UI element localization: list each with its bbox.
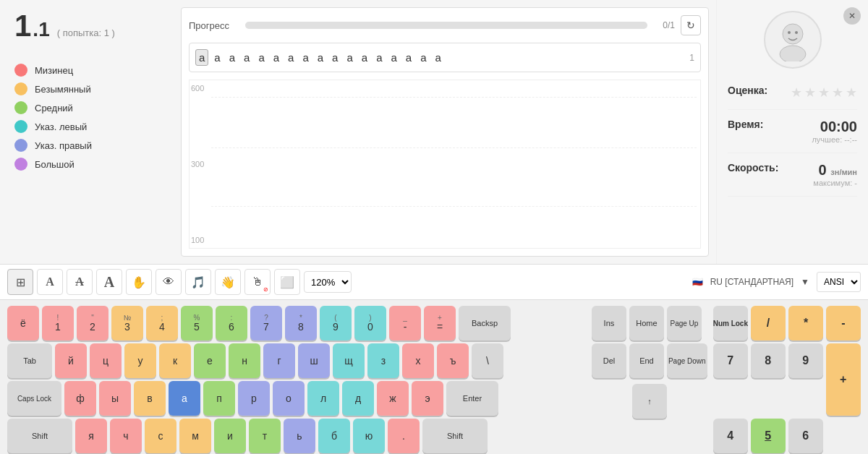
key-num-plus[interactable]: +	[826, 343, 861, 416]
key-period[interactable]: .	[388, 419, 420, 453]
key-num-4[interactable]: 4	[713, 419, 748, 453]
key-v[interactable]: в	[134, 381, 166, 416]
key-ch[interactable]: ч	[110, 419, 142, 453]
key-h[interactable]: х	[402, 343, 434, 378]
grid-tool-button[interactable]: ⊞	[7, 269, 33, 295]
char-3: а	[241, 50, 252, 65]
key-y[interactable]: ы	[99, 381, 131, 416]
index-left-label: Указ. левый	[35, 121, 87, 132]
progress-bar-container: Прогресс 0/1 ↻	[189, 15, 701, 35]
key-j[interactable]: й	[55, 343, 87, 378]
key-shch[interactable]: щ	[333, 343, 365, 378]
char-12: а	[373, 50, 385, 65]
screen-tool-button[interactable]: ⬜	[274, 269, 300, 295]
index-left-dot	[14, 120, 27, 133]
index-right-dot	[14, 139, 27, 152]
key-shift-left[interactable]: Shift	[7, 419, 72, 453]
key-num-6[interactable]: 6	[788, 419, 823, 453]
key-num-5[interactable]: 5	[751, 419, 786, 453]
key-home[interactable]: Home	[629, 306, 664, 340]
key-yo[interactable]: ё	[7, 306, 39, 340]
pointer-tool-button[interactable]: 👁	[156, 269, 182, 295]
chart-label-100: 100	[191, 236, 204, 244]
key-3[interactable]: №3	[111, 306, 143, 340]
key-ye[interactable]: е	[194, 343, 226, 378]
key-tab[interactable]: Tab	[7, 343, 52, 378]
key-5[interactable]: %5	[181, 306, 213, 340]
key-6[interactable]: :6	[216, 306, 247, 340]
key-k[interactable]: к	[159, 343, 191, 378]
key-num-8[interactable]: 8	[751, 343, 786, 378]
key-1[interactable]: !1	[42, 306, 74, 340]
text-tool-button[interactable]: A	[37, 269, 63, 295]
key-r[interactable]: р	[238, 381, 270, 416]
key-s[interactable]: с	[145, 419, 176, 453]
key-page-up[interactable]: Page Up	[667, 306, 702, 340]
key-backslash[interactable]: \	[472, 343, 503, 378]
key-yu[interactable]: ю	[353, 419, 385, 453]
keyboard-type-select[interactable]: ANSI ISO	[817, 272, 861, 292]
key-caps-lock[interactable]: Caps Lock	[7, 381, 61, 416]
key-delete[interactable]: Del	[592, 343, 626, 378]
key-a[interactable]: а	[169, 381, 200, 416]
key-up[interactable]: ↑	[632, 384, 667, 419]
key-e[interactable]: э	[412, 381, 443, 416]
key-2[interactable]: "2	[77, 306, 109, 340]
key-enter[interactable]: Enter	[446, 381, 498, 416]
key-sh[interactable]: ш	[298, 343, 330, 378]
key-t[interactable]: т	[249, 419, 281, 453]
key-9[interactable]: (9	[320, 306, 352, 340]
key-end[interactable]: End	[629, 343, 664, 378]
zoom-select[interactable]: 80% 100% 120% 150% 200%	[304, 271, 352, 293]
key-page-down[interactable]: Page Down	[667, 343, 707, 378]
key-num-9[interactable]: 9	[788, 343, 823, 378]
key-insert[interactable]: Ins	[592, 306, 626, 340]
toolbar-right: 🇷🇺 RU [СТАНДАРТНАЯ] ▼ ANSI ISO	[692, 272, 861, 292]
key-num-7[interactable]: 7	[713, 343, 748, 378]
key-l[interactable]: л	[307, 381, 339, 416]
text-large-button[interactable]: A	[96, 269, 122, 295]
center-panel: Прогресс 0/1 ↻ а а а а а а а а а а а а а…	[181, 7, 709, 257]
key-z[interactable]: з	[367, 343, 399, 378]
key-hard[interactable]: ъ	[437, 343, 469, 378]
text-strikethrough-button[interactable]: A	[67, 269, 93, 295]
key-shift-right[interactable]: Shift	[422, 419, 488, 453]
key-minus[interactable]: _-	[389, 306, 421, 340]
key-ts[interactable]: ц	[90, 343, 122, 378]
key-f[interactable]: ф	[64, 381, 96, 416]
finger-middle: Средний	[14, 101, 159, 114]
key-i[interactable]: и	[214, 419, 246, 453]
nav-row-2: Del End Page Down	[592, 343, 707, 378]
key-num-asterisk[interactable]: *	[788, 306, 823, 340]
right-panel: ✕ Оценка: ★ ★ ★ ★ ★ Время: 00:00 лучшее:…	[716, 0, 868, 264]
key-0[interactable]: )0	[354, 306, 386, 340]
key-num-slash[interactable]: /	[751, 306, 786, 340]
key-n[interactable]: н	[229, 343, 260, 378]
hand-tool-button[interactable]: ✋	[126, 269, 152, 295]
svg-point-3	[795, 31, 798, 34]
block-tool-button[interactable]: 🖱⊘	[244, 269, 271, 295]
key-p[interactable]: п	[203, 381, 235, 416]
key-num-minus[interactable]: -	[826, 306, 861, 340]
layout-dropdown-icon[interactable]: ▼	[801, 277, 809, 287]
key-g[interactable]: г	[263, 343, 295, 378]
key-o[interactable]: о	[273, 381, 305, 416]
music-tool-button[interactable]: 🎵	[185, 269, 211, 295]
key-soft[interactable]: ь	[284, 419, 315, 453]
key-num-lock[interactable]: Num Lock	[713, 306, 748, 340]
key-b[interactable]: б	[318, 419, 350, 453]
typing-area[interactable]: а а а а а а а а а а а а а а а а а 1	[189, 43, 701, 72]
key-zh[interactable]: ж	[377, 381, 409, 416]
hand2-tool-button[interactable]: 👋	[215, 269, 241, 295]
refresh-button[interactable]: ↻	[681, 15, 701, 35]
key-7[interactable]: ?7	[250, 306, 282, 340]
key-4[interactable]: ;4	[146, 306, 178, 340]
key-d[interactable]: д	[342, 381, 374, 416]
close-button[interactable]: ✕	[843, 7, 861, 25]
key-backspace[interactable]: Backsp	[459, 306, 511, 340]
key-m[interactable]: м	[179, 419, 211, 453]
key-8[interactable]: *8	[285, 306, 317, 340]
key-equals[interactable]: +=	[424, 306, 456, 340]
key-u[interactable]: у	[124, 343, 156, 378]
key-ya[interactable]: я	[75, 419, 107, 453]
